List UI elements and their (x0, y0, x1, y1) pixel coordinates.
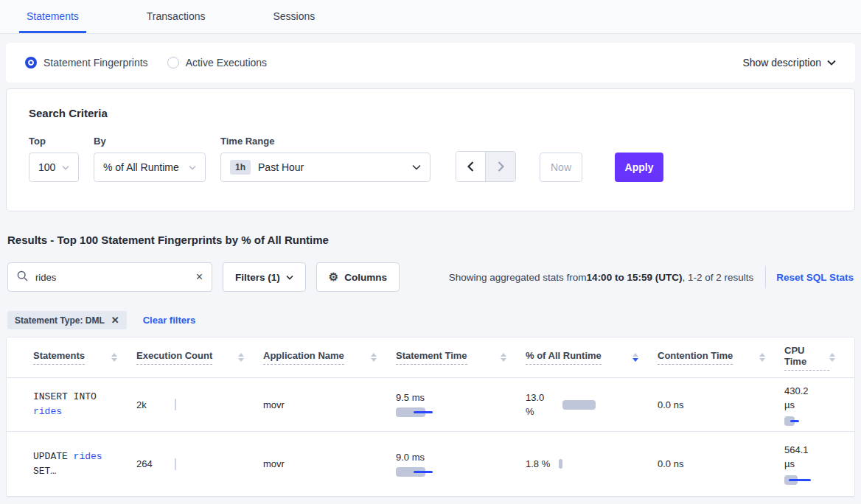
pct-runtime-value: 13.0 % (526, 391, 554, 419)
cpu-time-bar (784, 475, 854, 485)
prev-time-range-button[interactable] (456, 152, 486, 181)
top-label: Top (29, 136, 79, 147)
active-filters-row: Statement Type: DML ✕ Clear filters (7, 311, 854, 329)
sort-icon (111, 353, 117, 362)
search-input-container: × (7, 262, 212, 292)
cpu-time-value: 564.1 µs (784, 443, 821, 471)
tab-transactions[interactable]: Transactions (139, 10, 213, 33)
chevron-down-icon (827, 60, 836, 66)
statement-cell: UPDATE rides SET… (33, 449, 119, 479)
sort-icon (759, 353, 765, 362)
column-header-statements[interactable]: Statements (33, 350, 136, 365)
top-select[interactable]: 100 (29, 153, 79, 182)
search-input[interactable] (35, 272, 189, 283)
stats-suffix: , 1-2 of 2 results (682, 272, 753, 283)
sort-desc-active-icon (632, 353, 638, 362)
stats-prefix: Showing aggregated stats from (449, 272, 587, 283)
apply-button[interactable]: Apply (615, 153, 663, 182)
by-label: By (94, 136, 206, 147)
column-header-pct-runtime[interactable]: % of All Runtime (526, 350, 658, 365)
search-criteria-panel: Search Criteria Top 100 By % of All Runt… (6, 88, 855, 211)
execution-count-cell: 264 (136, 458, 263, 470)
cpu-time-value: 430.2 µs (784, 384, 821, 412)
execution-count-value: 2k (136, 399, 156, 410)
statement-time-cell: 9.0 ms (396, 452, 526, 477)
reset-sql-stats-link[interactable]: Reset SQL Stats (776, 272, 854, 283)
sort-icon (371, 353, 377, 362)
columns-button[interactable]: ⚙ Columns (316, 262, 400, 292)
statement-link[interactable]: rides (33, 406, 62, 417)
results-heading: Results - Top 100 Statement Fingerprints… (7, 234, 854, 246)
time-range-value: Past Hour (258, 161, 304, 173)
clear-filters-link[interactable]: Clear filters (143, 315, 196, 326)
stats-time-range: 14:00 to 15:59 (UTC) (587, 272, 683, 283)
sort-icon (238, 353, 244, 362)
cpu-time-bar (784, 416, 854, 426)
radio-active-executions[interactable]: Active Executions (167, 57, 268, 69)
sql-text: INSERT INTO (33, 391, 97, 402)
gear-icon: ⚙ (329, 270, 338, 284)
chevron-down-icon (412, 164, 421, 170)
clear-search-icon[interactable]: × (196, 271, 203, 283)
show-description-toggle[interactable]: Show description (742, 57, 836, 69)
now-button[interactable]: Now (540, 153, 582, 182)
show-description-label: Show description (742, 57, 821, 69)
sort-icon (829, 353, 835, 362)
radio-label: Active Executions (186, 57, 268, 69)
time-range-arrows (456, 151, 516, 182)
radio-unselected-icon (167, 57, 179, 69)
column-header-execution-count[interactable]: Execution Count (136, 350, 263, 365)
tab-statements[interactable]: Statements (19, 10, 86, 33)
statement-time-bar (396, 467, 526, 477)
search-icon (17, 270, 28, 284)
statement-time-bar (396, 407, 526, 417)
next-time-range-button[interactable] (486, 152, 515, 181)
top-tab-bar: Statements Transactions Sessions (0, 0, 861, 34)
table-row: INSERT INTO rides 2k movr 9.5 ms 13.0 % … (7, 378, 854, 432)
sort-icon (501, 353, 506, 362)
column-label: Contention Time (658, 350, 733, 365)
table-row: UPDATE rides SET… 264 movr 9.0 ms 1.8 % … (7, 432, 854, 497)
pct-runtime-bar (559, 459, 562, 469)
stats-summary: Showing aggregated stats from 14:00 to 1… (449, 266, 854, 288)
column-label: CPU Time (784, 345, 829, 371)
pct-runtime-cell: 13.0 % (526, 391, 658, 419)
contention-time-cell: 0.0 ns (658, 399, 784, 410)
divider (765, 266, 766, 288)
column-label: % of All Runtime (526, 350, 602, 365)
sql-text: SET… (33, 466, 56, 477)
chevron-down-icon (189, 165, 196, 170)
column-header-cpu-time[interactable]: CPU Time (784, 345, 854, 371)
results-toolbar: × Filters (1) ⚙ Columns Showing aggregat… (7, 262, 854, 292)
search-criteria-title: Search Criteria (29, 107, 832, 119)
execution-count-value: 264 (136, 458, 156, 469)
filters-label: Filters (1) (235, 272, 280, 283)
time-range-label: Time Range (220, 136, 430, 147)
remove-filter-icon[interactable]: ✕ (111, 315, 119, 326)
radio-selected-icon (25, 57, 37, 69)
statements-table: Statements Execution Count Application N… (6, 337, 855, 497)
count-bar (175, 458, 176, 470)
sql-text: UPDATE (33, 451, 74, 462)
column-header-contention-time[interactable]: Contention Time (658, 350, 784, 365)
time-range-select[interactable]: 1h Past Hour (220, 153, 430, 182)
application-name-cell: movr (263, 399, 396, 410)
column-label: Execution Count (136, 350, 212, 365)
column-header-statement-time[interactable]: Statement Time (396, 350, 526, 365)
by-select-value: % of All Runtime (103, 161, 179, 173)
statement-link[interactable]: rides (74, 451, 102, 462)
tab-sessions[interactable]: Sessions (265, 10, 322, 33)
statement-cell: INSERT INTO rides (33, 390, 119, 419)
column-header-application-name[interactable]: Application Name (263, 350, 396, 365)
column-label: Statement Time (396, 350, 467, 365)
chevron-down-icon (286, 275, 293, 280)
by-select[interactable]: % of All Runtime (94, 153, 206, 182)
cpu-time-cell: 430.2 µs (784, 384, 854, 426)
statement-time-cell: 9.5 ms (396, 392, 526, 417)
column-label: Application Name (263, 350, 344, 365)
table-header-row: Statements Execution Count Application N… (7, 337, 854, 378)
filter-pill-statement-type[interactable]: Statement Type: DML ✕ (7, 311, 127, 329)
radio-statement-fingerprints[interactable]: Statement Fingerprints (25, 57, 148, 69)
filters-button[interactable]: Filters (1) (223, 262, 306, 292)
columns-label: Columns (344, 272, 387, 283)
